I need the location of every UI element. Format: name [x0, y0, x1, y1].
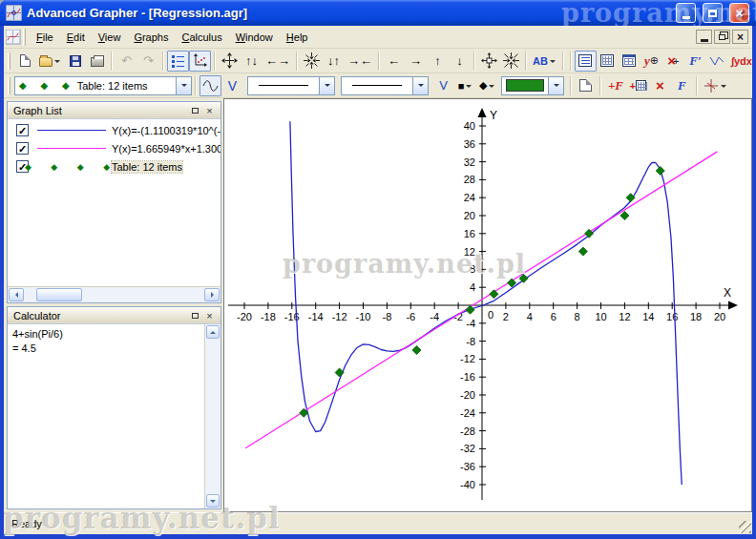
delete-graph-button[interactable]: × [649, 75, 671, 96]
chevron-down-icon [325, 84, 330, 90]
graph-list-body[interactable]: ✓Y(x)=-(1.1100319*10^(-8)✓Y(x)=1.665949*… [8, 119, 220, 286]
move-down-button[interactable]: ↓ [449, 51, 471, 72]
line-style-dropdown-button[interactable] [319, 77, 334, 94]
mdi-close-icon: × [737, 31, 744, 44]
close-button[interactable]: × [729, 3, 749, 23]
scroll-down-button[interactable] [206, 494, 220, 508]
graph-list-close-button[interactable]: × [202, 104, 217, 117]
graph-type-v-button[interactable]: V [221, 75, 243, 96]
menu-help[interactable]: Help [280, 28, 315, 47]
resize-grip[interactable] [739, 521, 751, 533]
visibility-checkbox[interactable]: ✓ [16, 124, 29, 136]
zoom-out-vertical-button[interactable]: ↑↓ [241, 51, 262, 72]
calculator-input-area[interactable]: 4+sin(Pi/6)= 4.5 [8, 324, 204, 508]
default-scale-button[interactable] [500, 51, 522, 72]
add-function-icon: +F [608, 78, 623, 93]
combo-dropdown-button[interactable] [176, 77, 191, 94]
point-style-button[interactable]: ■ [454, 75, 476, 96]
color-dropdown-button[interactable] [548, 77, 563, 94]
redo-button[interactable]: ↷ [137, 51, 159, 72]
derivative-button[interactable]: F′ [684, 51, 706, 72]
zoom-out-all-button[interactable] [219, 51, 241, 72]
line-width-combo[interactable] [341, 76, 429, 95]
triangle-up-icon [210, 328, 216, 334]
svg-text:10: 10 [595, 311, 606, 322]
scroll-thumb[interactable] [36, 288, 82, 301]
integral-button[interactable]: ∫ydx [728, 51, 755, 72]
menu-file[interactable]: File [30, 28, 60, 47]
zoom-in-horizontal-button[interactable]: →← [345, 51, 375, 72]
mdi-close-button[interactable]: × [732, 30, 748, 44]
menu-graphs[interactable]: Graphs [127, 28, 175, 47]
graph-label[interactable]: Y(x)=-(1.1100319*10^(-8) [112, 125, 220, 136]
menu-calculus[interactable]: Calculus [175, 28, 228, 47]
move-left-button[interactable]: ← [383, 51, 405, 72]
marker-line-button[interactable]: V [432, 75, 454, 96]
calculator-close-button[interactable]: × [202, 309, 217, 322]
maximize-button[interactable] [703, 3, 723, 23]
zoom-in-all-button[interactable] [301, 51, 323, 72]
graph-label[interactable]: Y(x)=1.665949*x+1.3004 [112, 143, 220, 155]
edit-graph-button[interactable]: F [671, 75, 693, 96]
move-up-button[interactable]: ↑ [427, 51, 449, 72]
line-width-dropdown-button[interactable] [412, 77, 428, 94]
open-button[interactable] [36, 51, 64, 72]
open-dropdown-icon[interactable] [54, 60, 60, 66]
mdi-restore-button[interactable] [714, 30, 730, 44]
mdi-minimize-button[interactable] [696, 30, 712, 44]
color-combo[interactable] [501, 76, 564, 95]
calculator-float-button[interactable] [188, 309, 202, 322]
move-right-button[interactable]: → [405, 51, 427, 72]
graph-properties-button[interactable] [575, 75, 597, 96]
graph-type-function-button[interactable] [200, 75, 221, 96]
current-graph-combo[interactable]: ◆ ◆ ◆Table: 12 items [14, 76, 192, 95]
table-dialog-button[interactable] [619, 51, 640, 72]
minimize-button[interactable] [676, 3, 696, 23]
calculator-panel-title[interactable]: Calculator × [8, 307, 220, 324]
menu-window[interactable]: Window [229, 28, 280, 47]
regression-chart[interactable]: XY-20-18-16-14-12-10-8-6-4-2246810121416… [224, 99, 751, 511]
document-icon[interactable] [6, 30, 21, 45]
line-style-combo[interactable] [247, 76, 335, 95]
scroll-left-button[interactable] [9, 288, 24, 301]
menu-view[interactable]: View [92, 28, 128, 47]
graph-label[interactable]: Table: 12 items [112, 161, 182, 173]
undo-button[interactable]: ↶ [116, 51, 137, 72]
text-labels-button[interactable]: AB [530, 51, 559, 72]
graph-list-row[interactable]: ✓Y(x)=1.665949*x+1.3004 [8, 139, 220, 157]
graph-list-float-button[interactable] [188, 104, 202, 117]
interpolation-button[interactable] [706, 51, 728, 72]
trace-button[interactable]: y⊕ [640, 51, 662, 72]
zoom-in-vertical-button[interactable]: ↓↑ [323, 51, 345, 72]
graph-list-row[interactable]: ✓◆ ◆ ◆ ◆Table: 12 items [8, 157, 220, 176]
zoom-out-horizontal-button[interactable]: ←→ [262, 51, 293, 72]
print-button[interactable] [86, 51, 108, 72]
calculator-vscrollbar[interactable] [204, 324, 220, 508]
graph-list-panel-title[interactable]: Graph List × [8, 102, 220, 119]
trace-mode-button[interactable] [701, 75, 730, 96]
graph-list-hscrollbar[interactable] [8, 286, 220, 302]
visibility-checkbox[interactable]: ✓ [16, 142, 29, 155]
add-graph-button[interactable]: +F [604, 75, 626, 96]
scroll-up-button[interactable] [206, 325, 220, 339]
graph-list-row[interactable]: ✓Y(x)=-(1.1100319*10^(-8) [8, 121, 220, 139]
graph-list-toggle-button[interactable] [167, 51, 189, 72]
svg-text:X: X [724, 286, 731, 300]
menu-edit[interactable]: Edit [60, 28, 92, 47]
graph-list-dialog-button[interactable] [575, 51, 597, 72]
axes-toggle-button[interactable] [189, 51, 211, 72]
calculator-dialog-button[interactable] [597, 51, 619, 72]
move-axes-button[interactable] [478, 51, 500, 72]
new-button[interactable] [14, 51, 36, 72]
point-style-dropdown-icon[interactable] [466, 85, 472, 91]
text-labels-dropdown-icon[interactable] [550, 60, 556, 66]
add-table-button[interactable]: + [626, 75, 648, 96]
svg-text:36: 36 [464, 138, 475, 150]
marker-style-button[interactable]: ◆ [476, 75, 498, 96]
marker-style-dropdown-icon[interactable] [489, 85, 494, 91]
save-button[interactable] [64, 51, 86, 72]
intersections-button[interactable]: ×+ [662, 51, 684, 72]
graph-canvas[interactable]: XY-20-18-16-14-12-10-8-6-4-2246810121416… [223, 98, 752, 512]
trace-mode-dropdown-icon[interactable] [721, 85, 726, 91]
scroll-right-button[interactable] [204, 288, 220, 301]
